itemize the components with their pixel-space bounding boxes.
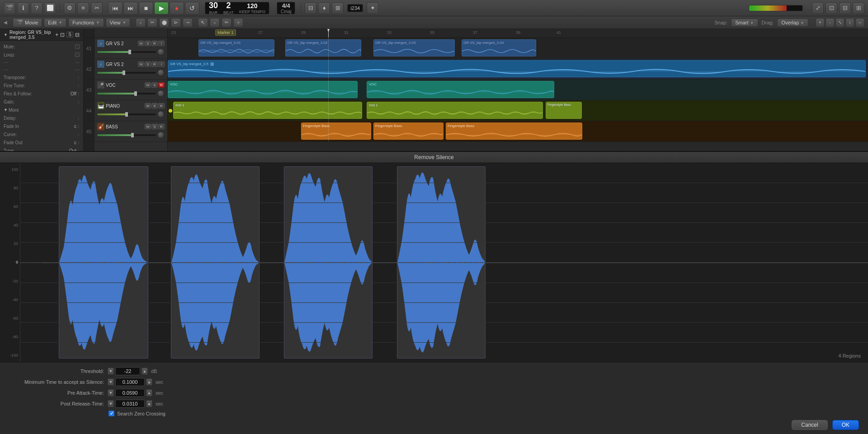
pencil-btn[interactable]: ✏ [222, 18, 231, 27]
track-43-fader[interactable] [97, 93, 156, 94]
minimize-btn[interactable]: ⊟ [839, 2, 851, 14]
region-menu-btn[interactable]: ⊟ [75, 32, 80, 38]
threshold-down-btn[interactable]: ▼ [108, 368, 114, 375]
clip-41-4[interactable]: GR VS_bip merged_3.04 [462, 39, 536, 57]
marker-1[interactable]: Marker 1 [215, 29, 236, 36]
track-44-vol-knob[interactable] [157, 111, 165, 118]
preattack-down-btn[interactable]: ▼ [108, 389, 114, 396]
track-44-fader[interactable] [97, 113, 156, 115]
window-btn[interactable]: ⊡ [826, 2, 837, 14]
track-42-s-btn[interactable]: S [145, 61, 151, 67]
play-btn[interactable]: ▶ [154, 2, 169, 14]
preattack-value[interactable]: 0.0590 [115, 389, 145, 397]
clip-41-3[interactable]: GR VS_bip merged_3.03 [373, 39, 455, 57]
clip-42-1[interactable]: GR VS_bip merged_3.5 ⊞ [168, 60, 866, 77]
tool-btn-3[interactable]: ⬤ [159, 18, 169, 27]
clip-45-3[interactable]: Fingerstyle Bass [446, 123, 582, 140]
fit-h-btn[interactable]: ↔ [855, 18, 864, 27]
track-43-s-btn[interactable]: S [151, 82, 158, 88]
scissors-icon-btn[interactable]: ✂ [91, 2, 103, 14]
track-44-m-btn[interactable]: M [145, 103, 151, 108]
track-41-s-btn[interactable]: S [145, 41, 151, 46]
clip-43-1[interactable]: VOC [168, 81, 358, 98]
functions-menu-btn[interactable]: Functions ▼ [68, 18, 104, 27]
postrelease-value[interactable]: 0.0310 [115, 400, 145, 408]
tool-btn-4[interactable]: ⊳ [171, 18, 181, 27]
tool-btn-2[interactable]: ✂ [147, 18, 157, 27]
cursor-btn[interactable]: ↖ [198, 18, 208, 27]
fastforward-btn[interactable]: ⏭ [123, 2, 138, 14]
search-zero-checkbox[interactable]: ✓ [108, 410, 114, 416]
track-41-i-btn[interactable]: I [158, 41, 165, 46]
fullscreen-btn[interactable]: ⤢ [812, 2, 824, 14]
mintime-value[interactable]: 0.1000 [115, 378, 145, 386]
track-43-vol-knob[interactable] [157, 90, 165, 97]
track-41-vol-knob[interactable] [157, 48, 165, 56]
eq-icon-btn[interactable]: ≡ [77, 2, 89, 14]
track-45-fader[interactable] [97, 134, 156, 136]
zoom-out-btn[interactable]: - [826, 18, 835, 27]
track-44-s-btn[interactable]: S [151, 103, 158, 108]
master-btn[interactable]: ⊞ [332, 2, 344, 14]
track-42-m-btn[interactable]: M [138, 61, 144, 67]
clip-43-2[interactable]: VOC [367, 81, 554, 98]
auto-btn[interactable]: ⊹ [233, 18, 243, 27]
track-45-vol-knob[interactable] [157, 132, 165, 139]
track-45-m-btn[interactable]: M [145, 124, 151, 129]
track-42-fader-knob[interactable] [123, 71, 125, 75]
clip-45-1[interactable]: Fingerstyle Bass [301, 123, 371, 140]
add-region-btn[interactable]: + [55, 32, 58, 38]
info-icon-btn[interactable]: ℹ [17, 2, 29, 14]
track-41-m-btn[interactable]: M [138, 41, 144, 46]
clip-44-3[interactable]: Fingerstyle Bass [546, 102, 582, 119]
stop-btn[interactable]: ■ [139, 2, 153, 14]
postrelease-down-btn[interactable]: ▼ [108, 400, 114, 407]
threshold-up-btn[interactable]: ▲ [142, 368, 148, 375]
select-btn[interactable]: ⬦ [210, 18, 220, 27]
mintime-down-btn[interactable]: ▼ [108, 378, 114, 386]
zoom-in-btn[interactable]: + [816, 18, 825, 27]
track-42-r-btn[interactable]: R [151, 61, 158, 67]
tool-btn-1[interactable]: ⬦ [136, 18, 146, 27]
track-42-i-btn[interactable]: I [158, 61, 165, 67]
track-45-r-btn[interactable]: R [158, 124, 165, 129]
time-signature[interactable]: 4/4 Cmaj [277, 2, 295, 14]
more-header[interactable]: ▼ More [0, 106, 83, 114]
mintime-up-btn[interactable]: ▲ [146, 378, 152, 386]
tuner-btn[interactable]: ♦ [318, 2, 330, 14]
help-icon-btn[interactable]: ? [31, 2, 42, 14]
arr-track-42[interactable]: GR VS_bip merged_3.5 ⊞ [168, 59, 868, 80]
region-s-btn[interactable]: S [66, 32, 73, 38]
type-value[interactable]: Out [69, 148, 76, 151]
preattack-up-btn[interactable]: ▲ [146, 389, 152, 396]
rewind-btn[interactable]: ⏮ [108, 2, 123, 14]
clip-44-2[interactable]: Inst 1 [367, 102, 543, 119]
fit-btn[interactable]: ⤡ [835, 18, 844, 27]
track-44-fader-knob[interactable] [125, 112, 128, 117]
clip-45-2[interactable]: Fingerstyle Bass [373, 123, 443, 140]
zoom-btn[interactable]: ⊞ [853, 2, 864, 14]
loop-checkbox[interactable] [75, 52, 80, 57]
fit-v-btn[interactable]: ↕ [845, 18, 854, 27]
track-43-m-btn[interactable]: M [145, 82, 151, 88]
cancel-button[interactable]: Cancel [792, 420, 827, 430]
view-menu-btn[interactable]: View ▼ [106, 18, 131, 27]
track-45-s-btn[interactable]: S [151, 124, 158, 129]
track-41-fader[interactable] [97, 51, 156, 53]
save-icon-btn[interactable]: ⬜ [44, 2, 56, 14]
movie-icon-btn[interactable]: 🎬 [4, 2, 15, 14]
ok-button[interactable]: OK [832, 420, 859, 430]
cycle-btn[interactable]: ↺ [185, 2, 199, 14]
mute-checkbox[interactable] [75, 44, 80, 49]
clip-41-1[interactable]: GR VS_bip merged_3.01 [198, 39, 274, 57]
record-btn[interactable]: ● [170, 2, 184, 14]
track-42-fader[interactable] [97, 72, 156, 74]
region-copy-btn[interactable]: ⊡ [60, 32, 65, 38]
snap-value[interactable]: Smart ▼ [731, 19, 758, 27]
drag-value[interactable]: Overlap ▼ [777, 19, 808, 27]
clip-44-1[interactable]: Inst 1 [173, 102, 362, 119]
clip-41-2[interactable]: GR VS_bip merged_3.02 [285, 39, 361, 57]
track-43-r-btn[interactable]: R [158, 82, 165, 88]
plus-btn[interactable]: ✦ [367, 2, 378, 14]
settings-icon-btn[interactable]: ⚙ [64, 2, 75, 14]
